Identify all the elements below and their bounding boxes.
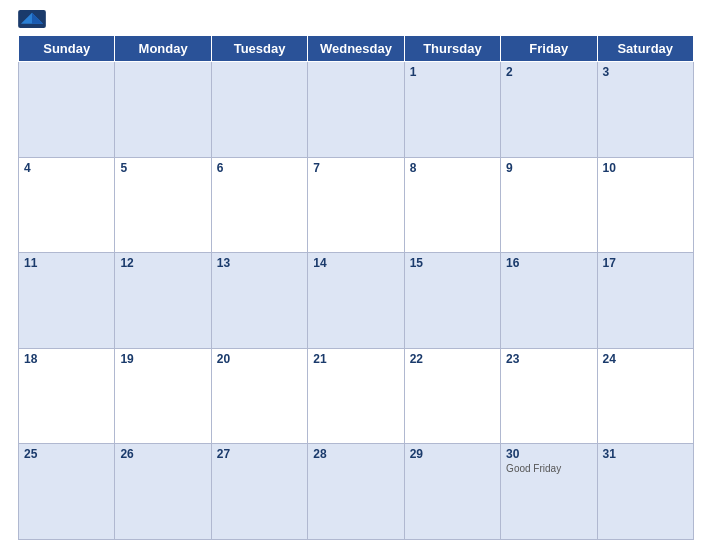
calendar-cell: 17 — [597, 253, 693, 349]
calendar-table: SundayMondayTuesdayWednesdayThursdayFrid… — [18, 35, 694, 540]
day-number: 8 — [410, 161, 495, 175]
calendar-cell: 13 — [211, 253, 307, 349]
calendar-cell: 6 — [211, 157, 307, 253]
day-number: 2 — [506, 65, 591, 79]
day-number: 27 — [217, 447, 302, 461]
calendar-cell: 4 — [19, 157, 115, 253]
day-number: 24 — [603, 352, 688, 366]
day-number: 16 — [506, 256, 591, 270]
day-number: 30 — [506, 447, 591, 461]
calendar-cell: 12 — [115, 253, 211, 349]
weekday-header-monday: Monday — [115, 36, 211, 62]
logo — [18, 10, 108, 29]
day-number: 23 — [506, 352, 591, 366]
day-number: 4 — [24, 161, 109, 175]
calendar-cell: 24 — [597, 348, 693, 444]
calendar-cell: 26 — [115, 444, 211, 540]
calendar-cell: 19 — [115, 348, 211, 444]
day-number: 9 — [506, 161, 591, 175]
day-number: 14 — [313, 256, 398, 270]
calendar-cell: 3 — [597, 62, 693, 158]
calendar-week-row: 123 — [19, 62, 694, 158]
day-number: 13 — [217, 256, 302, 270]
day-number: 15 — [410, 256, 495, 270]
day-number: 29 — [410, 447, 495, 461]
calendar-week-row: 45678910 — [19, 157, 694, 253]
calendar-cell: 28 — [308, 444, 404, 540]
calendar-cell: 11 — [19, 253, 115, 349]
day-number: 6 — [217, 161, 302, 175]
day-number: 1 — [410, 65, 495, 79]
calendar-cell: 2 — [501, 62, 597, 158]
calendar-cell: 23 — [501, 348, 597, 444]
day-number: 7 — [313, 161, 398, 175]
calendar-cell: 27 — [211, 444, 307, 540]
day-number: 12 — [120, 256, 205, 270]
calendar-cell: 29 — [404, 444, 500, 540]
day-number: 18 — [24, 352, 109, 366]
calendar-cell: 15 — [404, 253, 500, 349]
calendar-week-row: 18192021222324 — [19, 348, 694, 444]
day-number: 10 — [603, 161, 688, 175]
day-number: 20 — [217, 352, 302, 366]
logo-icon — [18, 10, 46, 28]
day-number: 19 — [120, 352, 205, 366]
weekday-header-sunday: Sunday — [19, 36, 115, 62]
day-number: 3 — [603, 65, 688, 79]
day-number: 22 — [410, 352, 495, 366]
calendar-cell — [115, 62, 211, 158]
calendar-header — [18, 10, 694, 29]
calendar-body: 1234567891011121314151617181920212223242… — [19, 62, 694, 540]
day-number: 5 — [120, 161, 205, 175]
day-number: 25 — [24, 447, 109, 461]
weekday-header-friday: Friday — [501, 36, 597, 62]
calendar-cell: 16 — [501, 253, 597, 349]
calendar-cell: 18 — [19, 348, 115, 444]
calendar-cell: 31 — [597, 444, 693, 540]
weekday-header-tuesday: Tuesday — [211, 36, 307, 62]
day-number: 11 — [24, 256, 109, 270]
calendar-cell: 5 — [115, 157, 211, 253]
weekday-header-wednesday: Wednesday — [308, 36, 404, 62]
calendar-cell: 1 — [404, 62, 500, 158]
calendar-cell: 8 — [404, 157, 500, 253]
day-number: 21 — [313, 352, 398, 366]
calendar-cell: 21 — [308, 348, 404, 444]
calendar-cell — [211, 62, 307, 158]
calendar-cell: 7 — [308, 157, 404, 253]
weekday-header-row: SundayMondayTuesdayWednesdayThursdayFrid… — [19, 36, 694, 62]
calendar-cell: 22 — [404, 348, 500, 444]
calendar-cell: 30Good Friday — [501, 444, 597, 540]
calendar-header-row: SundayMondayTuesdayWednesdayThursdayFrid… — [19, 36, 694, 62]
calendar-cell — [308, 62, 404, 158]
calendar-cell — [19, 62, 115, 158]
calendar-cell: 10 — [597, 157, 693, 253]
calendar-week-row: 252627282930Good Friday31 — [19, 444, 694, 540]
calendar-week-row: 11121314151617 — [19, 253, 694, 349]
day-number: 17 — [603, 256, 688, 270]
day-number: 28 — [313, 447, 398, 461]
calendar-cell: 14 — [308, 253, 404, 349]
weekday-header-thursday: Thursday — [404, 36, 500, 62]
day-number: 31 — [603, 447, 688, 461]
weekday-header-saturday: Saturday — [597, 36, 693, 62]
holiday-label: Good Friday — [506, 463, 591, 474]
calendar-cell: 9 — [501, 157, 597, 253]
calendar-cell: 20 — [211, 348, 307, 444]
calendar-cell: 25 — [19, 444, 115, 540]
day-number: 26 — [120, 447, 205, 461]
